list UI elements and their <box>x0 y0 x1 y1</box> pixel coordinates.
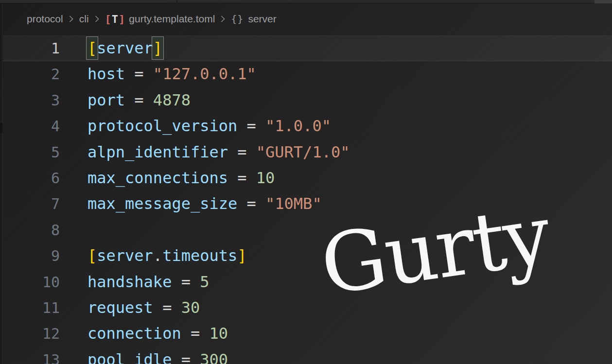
code-token: server <box>97 246 153 265</box>
code-token: = <box>153 298 181 317</box>
breadcrumb-item-cli[interactable]: cli <box>79 13 89 25</box>
code-token: 5 <box>200 273 209 291</box>
chevron-right-icon <box>220 14 226 24</box>
code-token: port <box>87 91 125 109</box>
line-number[interactable]: 1 <box>3 35 60 61</box>
code-line-text[interactable]: host = "127.0.0.1" <box>87 61 256 87</box>
line-number[interactable]: 13 <box>3 347 60 364</box>
symbol-braces-icon: {} <box>231 13 244 25</box>
code-token: server <box>97 39 153 57</box>
code-line[interactable]: 11request = 30 <box>3 295 612 321</box>
code-line-text[interactable]: handshake = 5 <box>87 269 209 295</box>
line-number[interactable]: 5 <box>3 139 60 165</box>
code-token-bracket-matched: ] <box>152 37 163 59</box>
code-line[interactable]: 2host = "127.0.0.1" <box>3 61 612 87</box>
code-token: = <box>228 169 256 187</box>
code-token: connection <box>87 324 181 343</box>
code-editor[interactable]: 1[server]2host = "127.0.0.1"3port = 4878… <box>3 35 612 364</box>
left-strip-notch <box>0 123 2 133</box>
code-token: = <box>125 65 153 83</box>
breadcrumb: protocolcli[T]gurty.template.toml{}serve… <box>27 4 612 34</box>
code-token: "127.0.0.1" <box>153 65 256 83</box>
toml-icon-letter: T <box>111 13 119 25</box>
line-number[interactable]: 12 <box>3 321 60 347</box>
code-token: 10 <box>256 169 275 187</box>
code-line-text[interactable]: [server.timeouts] <box>87 243 247 269</box>
code-line-text[interactable]: port = 4878 <box>87 87 191 113</box>
code-token: protocol_version <box>87 117 237 135</box>
toml-file-icon: [T] <box>105 13 125 25</box>
chevron-right-icon <box>68 14 74 24</box>
code-line[interactable]: 8 <box>3 217 612 243</box>
line-number[interactable]: 9 <box>3 243 60 269</box>
code-token: timeouts <box>162 246 237 265</box>
code-token: "1.0.0" <box>265 117 331 135</box>
code-token: = <box>172 350 200 364</box>
code-line-text[interactable]: protocol_version = "1.0.0" <box>87 113 331 139</box>
code-token: max_connections <box>87 169 228 187</box>
code-line[interactable]: 9[server.timeouts] <box>3 243 612 269</box>
code-line[interactable]: 6max_connections = 10 <box>3 165 612 191</box>
vscode-window: protocolcli[T]gurty.template.toml{}serve… <box>0 0 612 364</box>
code-token: = <box>172 273 200 291</box>
code-token: max_message_size <box>87 194 237 213</box>
code-token: host <box>87 65 125 83</box>
line-number[interactable]: 6 <box>3 165 60 191</box>
code-token: request <box>87 298 153 317</box>
code-token: = <box>237 117 265 135</box>
code-token: = <box>237 194 265 213</box>
toml-icon-left-bracket: [ <box>105 13 111 25</box>
code-line[interactable]: 7max_message_size = "10MB" <box>3 191 612 217</box>
line-number[interactable]: 11 <box>3 295 60 321</box>
code-line-text[interactable]: [server] <box>87 35 162 61</box>
line-number[interactable]: 10 <box>3 269 60 295</box>
code-line-text[interactable]: max_connections = 10 <box>87 165 275 191</box>
code-token: alpn_identifier <box>87 143 228 161</box>
tab-divider <box>176 0 177 3</box>
code-token: "10MB" <box>265 194 322 213</box>
code-token: = <box>125 91 153 109</box>
breadcrumb-item-symbol[interactable]: server <box>248 13 276 25</box>
code-token: handshake <box>87 273 172 291</box>
chevron-right-icon <box>94 14 100 24</box>
line-number[interactable]: 2 <box>3 61 60 87</box>
code-line[interactable]: 3port = 4878 <box>3 87 612 113</box>
code-token-bracket-matched: [ <box>87 37 98 59</box>
breadcrumb-item-file[interactable]: gurty.template.toml <box>129 13 215 25</box>
line-number[interactable]: 7 <box>3 191 60 217</box>
code-line[interactable]: 10handshake = 5 <box>3 269 612 295</box>
code-token: = <box>181 324 210 343</box>
toml-icon-right-bracket: ] <box>119 13 124 25</box>
code-token: 300 <box>200 350 228 364</box>
tab-strip-highlight <box>595 0 612 3</box>
tab-strip <box>0 0 612 3</box>
code-token: = <box>228 143 256 161</box>
code-line-text[interactable]: connection = 10 <box>87 321 228 347</box>
code-token: [ <box>87 246 97 265</box>
code-line[interactable]: 12connection = 10 <box>3 321 612 347</box>
code-token: 30 <box>181 298 200 317</box>
code-token: pool_idle <box>87 350 172 364</box>
code-line-text[interactable]: max_message_size = "10MB" <box>87 191 322 217</box>
code-line-text[interactable]: alpn_identifier = "GURT/1.0" <box>87 139 350 165</box>
code-line[interactable]: 13pool_idle = 300 <box>3 347 612 364</box>
code-token: "GURT/1.0" <box>256 143 350 161</box>
line-number[interactable]: 4 <box>3 113 60 139</box>
code-token: . <box>153 246 162 265</box>
code-token: ] <box>237 246 246 265</box>
code-line-text[interactable]: pool_idle = 300 <box>87 347 228 364</box>
breadcrumb-item-protocol[interactable]: protocol <box>27 13 63 25</box>
code-line-current[interactable]: 1[server] <box>3 35 612 61</box>
code-line[interactable]: 4protocol_version = "1.0.0" <box>3 113 612 139</box>
code-line-text[interactable]: request = 30 <box>87 295 200 321</box>
code-token: 4878 <box>153 91 191 109</box>
line-number[interactable]: 3 <box>3 87 60 113</box>
code-line[interactable]: 5alpn_identifier = "GURT/1.0" <box>3 139 612 165</box>
line-number[interactable]: 8 <box>3 217 60 243</box>
left-edge-strip <box>0 4 2 364</box>
code-token: 10 <box>209 324 228 343</box>
